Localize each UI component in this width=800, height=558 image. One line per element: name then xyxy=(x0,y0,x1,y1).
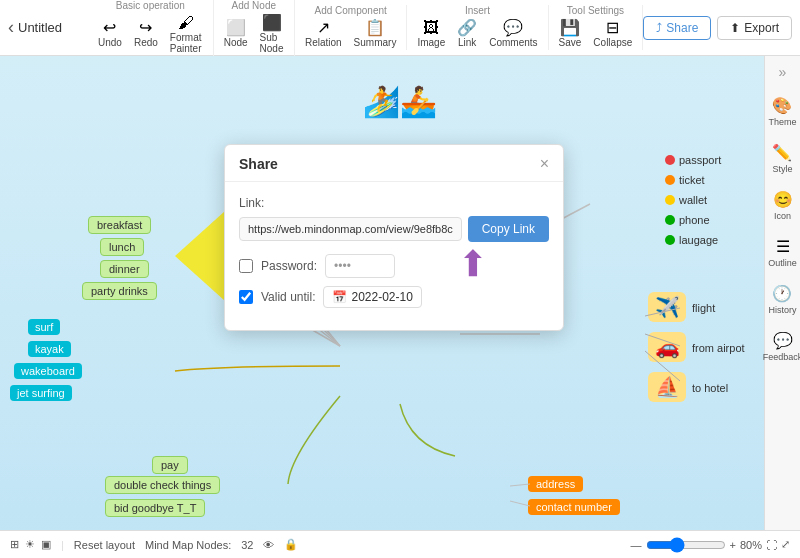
fullscreen-icon[interactable]: ⤢ xyxy=(781,538,790,551)
style-icon: ✏️ xyxy=(772,143,792,162)
zoom-slider[interactable] xyxy=(646,537,726,553)
panel-icon[interactable]: 😊 Icon xyxy=(771,186,795,225)
sub-node-button[interactable]: ⬛ Sub Node xyxy=(256,13,288,56)
link-button[interactable]: 🔗 Link xyxy=(453,18,481,50)
image-label: Image xyxy=(417,37,445,48)
activity-tag-surf[interactable]: surf xyxy=(28,319,60,335)
status-icon-2[interactable]: ☀ xyxy=(25,538,35,551)
valid-until-row: Valid until: 📅 2022-02-10 xyxy=(239,286,549,308)
share-button[interactable]: ⤴ Share xyxy=(643,16,711,40)
panel-style[interactable]: ✏️ Style xyxy=(770,139,794,178)
check-wallet[interactable]: wallet xyxy=(665,194,707,206)
redo-button[interactable]: ↪ Redo xyxy=(130,18,162,50)
nodes-count: 32 xyxy=(241,539,253,551)
panel-feedback[interactable]: 💬 Feedback xyxy=(761,327,800,366)
basic-operation-group: Basic operation ↩ Undo ↪ Redo 🖌 Format P… xyxy=(88,0,214,56)
password-checkbox[interactable] xyxy=(239,259,253,273)
arrow-indicator: ⬇ xyxy=(458,241,488,283)
undo-button[interactable]: ↩ Undo xyxy=(94,18,126,50)
modal-close-button[interactable]: × xyxy=(540,155,549,173)
panel-history[interactable]: 🕐 History xyxy=(766,280,798,319)
food-tag-party-drinks[interactable]: party drinks xyxy=(82,282,157,300)
panel-theme[interactable]: 🎨 Theme xyxy=(766,92,798,131)
zoom-out-icon[interactable]: — xyxy=(631,539,642,551)
node-button[interactable]: ⬜ Node xyxy=(220,18,252,50)
check-laugage[interactable]: laugage xyxy=(665,234,718,246)
tool-settings-group: Tool Settings 💾 Save ⊟ Collapse xyxy=(549,5,644,50)
panel-outline[interactable]: ☰ Outline xyxy=(766,233,799,272)
check-ticket[interactable]: ticket xyxy=(665,174,705,186)
accom-tag-contact[interactable]: contact number xyxy=(528,499,620,515)
save-button[interactable]: 💾 Save xyxy=(555,18,586,50)
add-component-items: ↗ Relation 📋 Summary xyxy=(301,18,401,50)
style-label: Style xyxy=(772,164,792,174)
sub-node-label: Sub Node xyxy=(260,32,284,54)
accom-tag-address[interactable]: address xyxy=(528,476,583,492)
phone-dot xyxy=(665,215,675,225)
canvas[interactable]: breakfast lunch dinner party drinks 🏄🚣 A… xyxy=(0,56,800,558)
format-painter-icon: 🖌 xyxy=(178,15,194,31)
transport-hotel-icon[interactable]: ⛵ xyxy=(648,372,686,402)
summary-label: Summary xyxy=(354,37,397,48)
link-label: Link: xyxy=(239,196,549,210)
summary-icon: 📋 xyxy=(365,20,385,36)
back-arrow[interactable]: ‹ xyxy=(8,17,14,38)
date-value: 2022-02-10 xyxy=(351,290,412,304)
relation-button[interactable]: ↗ Relation xyxy=(301,18,346,50)
modal-title: Share xyxy=(239,156,278,172)
history-label: History xyxy=(768,305,796,315)
status-icon-1[interactable]: ⊞ xyxy=(10,538,19,551)
copy-link-button[interactable]: Copy Link xyxy=(468,216,549,242)
panel-collapse-arrow[interactable]: » xyxy=(779,64,787,80)
theme-icon: 🎨 xyxy=(772,96,792,115)
date-picker[interactable]: 📅 2022-02-10 xyxy=(323,286,421,308)
share-icon: ⤴ xyxy=(656,21,662,35)
activity-tag-jet-surfing[interactable]: jet surfing xyxy=(10,385,72,401)
summary-button[interactable]: 📋 Summary xyxy=(350,18,401,50)
zoom-bar: — + 80% ⛶ ⤢ xyxy=(631,537,790,553)
feedback-icon: 💬 xyxy=(773,331,793,350)
check-passport[interactable]: passport xyxy=(665,154,721,166)
food-tag-dinner[interactable]: dinner xyxy=(100,260,149,278)
outline-label: Outline xyxy=(768,258,797,268)
logo-area: ‹ Untitled xyxy=(8,17,88,38)
go-home-tag-pay[interactable]: pay xyxy=(152,456,188,474)
valid-checkbox[interactable] xyxy=(239,290,253,304)
add-node-group: Add Node ⬜ Node ⬛ Sub Node xyxy=(214,0,295,56)
comments-button[interactable]: 💬 Comments xyxy=(485,18,541,50)
link-input[interactable] xyxy=(239,217,462,241)
transport-airpot-icon[interactable]: 🚗 xyxy=(648,332,686,362)
eye-icon[interactable]: 👁 xyxy=(263,539,274,551)
tool-settings-items: 💾 Save ⊟ Collapse xyxy=(555,18,637,50)
format-painter-button[interactable]: 🖌 Format Painter xyxy=(166,13,207,56)
image-button[interactable]: 🖼 Image xyxy=(413,18,449,50)
activity-tag-kayak[interactable]: kayak xyxy=(28,341,71,357)
export-icon: ⬆ xyxy=(730,21,740,35)
check-phone[interactable]: phone xyxy=(665,214,710,226)
go-home-tag-bid-goodbye[interactable]: bid goodbye T_T xyxy=(105,499,205,517)
activity-tag-wakeboard[interactable]: wakeboard xyxy=(14,363,82,379)
reset-layout-button[interactable]: Reset layout xyxy=(74,539,135,551)
zoom-in-icon[interactable]: + xyxy=(730,539,736,551)
food-tag-breakfast[interactable]: breakfast xyxy=(88,216,151,234)
format-painter-label: Format Painter xyxy=(170,32,203,54)
transport-airpot-label: from airpot xyxy=(692,342,745,354)
status-icon-3[interactable]: ▣ xyxy=(41,538,51,551)
go-home-tag-double-check[interactable]: double check things xyxy=(105,476,220,494)
document-title[interactable]: Untitled xyxy=(18,20,62,35)
status-icons: ⊞ ☀ ▣ xyxy=(10,538,51,551)
collapse-button[interactable]: ⊟ Collapse xyxy=(589,18,636,50)
password-input[interactable] xyxy=(325,254,395,278)
export-label: Export xyxy=(744,21,779,35)
undo-icon: ↩ xyxy=(103,20,116,36)
food-tag-lunch[interactable]: lunch xyxy=(100,238,144,256)
fit-screen-icon[interactable]: ⛶ xyxy=(766,539,777,551)
save-icon: 💾 xyxy=(560,20,580,36)
export-button[interactable]: ⬆ Export xyxy=(717,16,792,40)
status-separator: | xyxy=(61,539,64,551)
relation-label: Relation xyxy=(305,37,342,48)
transport-flight-icon[interactable]: ✈️ xyxy=(648,292,686,322)
link-label: Link xyxy=(458,37,476,48)
lock-icon[interactable]: 🔒 xyxy=(284,538,298,551)
save-label: Save xyxy=(559,37,582,48)
